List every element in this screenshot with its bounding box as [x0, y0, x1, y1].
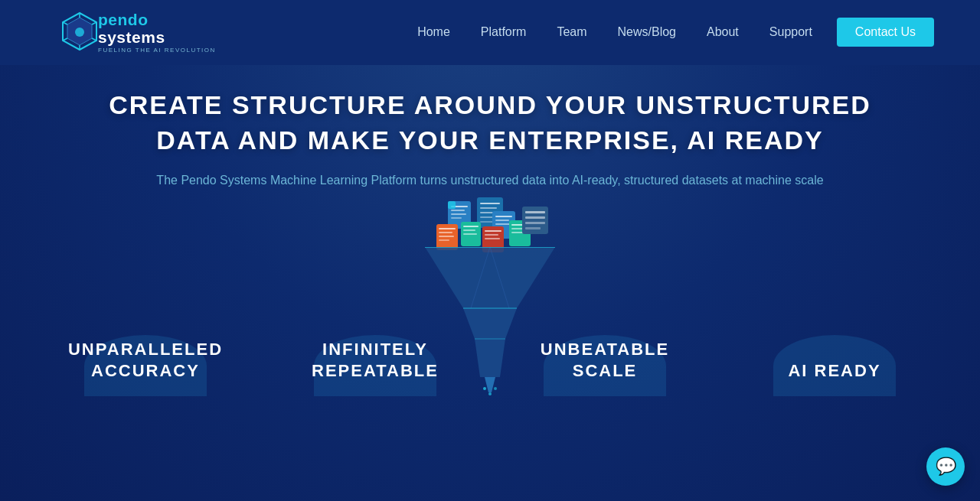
svg-rect-36: [485, 234, 498, 236]
svg-rect-11: [451, 210, 465, 211]
svg-rect-46: [525, 227, 541, 229]
svg-rect-16: [480, 203, 500, 204]
svg-rect-33: [495, 223, 511, 225]
nav-contact-button[interactable]: Contact Us: [837, 18, 934, 47]
features-bar: UNPARALLELED ACCURACY INFINITELY REPEATA…: [0, 304, 980, 396]
feature-ai-ready: AI READY: [720, 360, 949, 397]
doc-icon-lines: [522, 207, 548, 237]
nav-home[interactable]: Home: [405, 19, 462, 45]
svg-rect-22: [439, 228, 456, 229]
nav-team[interactable]: Team: [544, 19, 599, 45]
svg-rect-31: [495, 216, 512, 217]
feature-repeatable-label: INFINITELY REPEATABLE: [260, 339, 490, 381]
svg-rect-12: [451, 213, 466, 215]
svg-rect-27: [463, 226, 479, 227]
svg-rect-29: [463, 233, 477, 235]
logo-text: pendo systems FUELING THE AI REVOLUTION: [98, 11, 216, 54]
svg-rect-35: [485, 230, 501, 232]
svg-rect-25: [439, 239, 449, 241]
logo-icon: [61, 11, 98, 54]
nav-about[interactable]: About: [694, 19, 751, 45]
svg-rect-37: [485, 238, 500, 239]
logo-systems: systems: [98, 28, 216, 46]
chat-icon: 💬: [936, 457, 956, 477]
svg-rect-17: [480, 207, 497, 209]
hero-title: CREATE STRUCTURE AROUND YOUR UNSTRUCTURE…: [15, 88, 965, 158]
navigation: pendo systems FUELING THE AI REVOLUTION …: [0, 0, 980, 65]
chat-bubble[interactable]: 💬: [926, 447, 965, 486]
svg-point-2: [75, 28, 84, 37]
svg-rect-14: [448, 201, 456, 209]
feature-accuracy: UNPARALLELED ACCURACY: [31, 339, 260, 396]
hero-subtitle: The Pendo Systems Machine Learning Platf…: [15, 171, 965, 190]
nav-support[interactable]: Support: [757, 19, 825, 45]
feature-scale: UNBEATABLE SCALE: [490, 339, 720, 396]
svg-rect-42: [522, 207, 548, 234]
svg-rect-24: [439, 236, 454, 237]
nav-news-blog[interactable]: News/Blog: [606, 19, 688, 45]
svg-rect-32: [495, 220, 509, 221]
logo-pendo: pendo: [98, 11, 149, 28]
svg-rect-23: [439, 232, 452, 233]
nav-platform[interactable]: Platform: [469, 19, 539, 45]
svg-rect-28: [463, 229, 475, 231]
svg-rect-13: [451, 217, 462, 219]
feature-ai-ready-label: AI READY: [720, 360, 949, 382]
svg-rect-44: [525, 216, 545, 219]
svg-rect-45: [525, 222, 545, 224]
nav-links: Home Platform Team News/Blog About Suppo…: [405, 18, 934, 47]
feature-scale-label: UNBEATABLE SCALE: [490, 339, 720, 381]
svg-rect-43: [525, 211, 545, 213]
logo-tagline: FUELING THE AI REVOLUTION: [98, 47, 216, 54]
feature-repeatable: INFINITELY REPEATABLE: [260, 339, 490, 396]
main-content: CREATE STRUCTURE AROUND YOUR UNSTRUCTURE…: [0, 65, 980, 396]
logo: pendo systems FUELING THE AI REVOLUTION: [61, 11, 216, 54]
feature-accuracy-label: UNPARALLELED ACCURACY: [31, 339, 260, 381]
doc-icon-4: [461, 222, 481, 249]
